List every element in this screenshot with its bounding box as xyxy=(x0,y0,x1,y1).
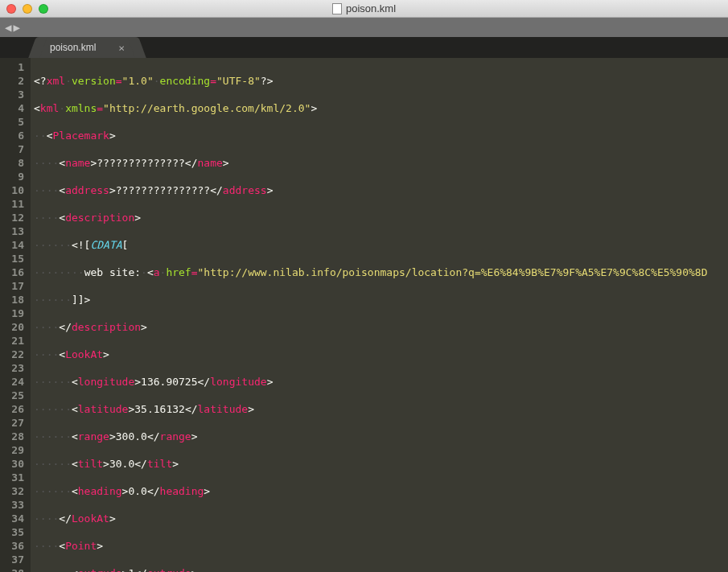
window-titlebar: poison.kml xyxy=(0,0,728,18)
code-line: ······<heading>0.0</heading> xyxy=(34,484,708,498)
code-area[interactable]: <?xml·version="1.0"·encoding="UTF-8"?> <… xyxy=(31,58,708,572)
line-number: 26 xyxy=(5,402,24,416)
line-number: 1 xyxy=(5,60,24,74)
editor: 1 2 3 4 5 6 7 8 9 10 11 12 13 14 15 16 1… xyxy=(0,58,728,572)
code-line: ····</LookAt> xyxy=(34,512,708,525)
line-number: 2 xyxy=(5,74,24,88)
code-line: ····<name>??????????????</name> xyxy=(34,156,708,170)
line-number: 28 xyxy=(5,430,24,443)
close-window-button[interactable] xyxy=(6,4,16,14)
line-number: 33 xyxy=(5,498,24,512)
line-number: 19 xyxy=(5,307,24,320)
line-number: 29 xyxy=(5,443,24,457)
line-number: 32 xyxy=(5,484,24,498)
line-number: 21 xyxy=(5,334,24,348)
code-line: ····<description> xyxy=(34,211,708,224)
titlebar-center: poison.kml xyxy=(332,2,396,14)
line-number: 4 xyxy=(5,101,24,115)
line-number: 7 xyxy=(5,142,24,156)
code-line: ····<address>???????????????</address> xyxy=(34,183,708,197)
line-number: 12 xyxy=(5,211,24,224)
line-number: 18 xyxy=(5,293,24,307)
line-number: 27 xyxy=(5,416,24,430)
code-line: ······<![CDATA[ xyxy=(34,238,708,252)
toolbar: ◀ ▶ xyxy=(0,18,728,37)
line-number-gutter: 1 2 3 4 5 6 7 8 9 10 11 12 13 14 15 16 1… xyxy=(0,58,31,572)
code-line: ··<Placemark> xyxy=(34,129,708,142)
tab-close-icon[interactable]: × xyxy=(118,42,125,54)
line-number: 3 xyxy=(5,88,24,101)
code-line: <?xml·version="1.0"·encoding="UTF-8"?> xyxy=(34,74,708,88)
code-line: ······<longitude>136.90725</longitude> xyxy=(34,375,708,389)
code-line: ······]]> xyxy=(34,293,708,307)
zoom-window-button[interactable] xyxy=(39,4,48,14)
line-number: 6 xyxy=(5,129,24,142)
line-number: 36 xyxy=(5,539,24,553)
code-line: ····<Point> xyxy=(34,539,708,553)
line-number: 30 xyxy=(5,457,24,471)
code-line: ········web site:·<a·href="http://www.ni… xyxy=(34,265,708,279)
line-number: 16 xyxy=(5,265,24,279)
nav-arrows: ◀ ▶ xyxy=(5,22,20,33)
code-line: ····</description> xyxy=(34,320,708,334)
tab-active[interactable]: poison.kml × xyxy=(39,37,136,58)
code-line: ······<range>300.0</range> xyxy=(34,430,708,443)
line-number: 37 xyxy=(5,553,24,566)
line-number: 38 xyxy=(5,566,24,572)
line-number: 13 xyxy=(5,224,24,238)
line-number: 15 xyxy=(5,252,24,265)
code-line: <kml·xmlns="http://earth.google.com/kml/… xyxy=(34,101,708,115)
line-number: 11 xyxy=(5,197,24,211)
line-number: 9 xyxy=(5,170,24,183)
window-title: poison.kml xyxy=(346,2,396,14)
line-number: 22 xyxy=(5,348,24,361)
nav-back-button[interactable]: ◀ xyxy=(5,22,11,33)
code-line: ······<latitude>35.16132</latitude> xyxy=(34,402,708,416)
line-number: 24 xyxy=(5,375,24,389)
tab-title: poison.kml xyxy=(50,42,96,53)
line-number: 25 xyxy=(5,389,24,402)
line-number: 5 xyxy=(5,115,24,129)
code-line: ······<extrude>1</extrude> xyxy=(34,566,708,572)
line-number: 31 xyxy=(5,471,24,484)
minimize-window-button[interactable] xyxy=(23,4,32,14)
line-number: 23 xyxy=(5,361,24,375)
traffic-lights xyxy=(6,4,48,14)
tab-bar: poison.kml × xyxy=(0,37,728,58)
code-line: ······<tilt>30.0</tilt> xyxy=(34,457,708,471)
line-number: 14 xyxy=(5,238,24,252)
code-line: ····<LookAt> xyxy=(34,348,708,361)
line-number: 20 xyxy=(5,320,24,334)
line-number: 8 xyxy=(5,156,24,170)
line-number: 34 xyxy=(5,512,24,525)
document-icon xyxy=(332,3,342,14)
line-number: 17 xyxy=(5,279,24,293)
line-number: 35 xyxy=(5,525,24,539)
nav-forward-button[interactable]: ▶ xyxy=(13,22,19,33)
line-number: 10 xyxy=(5,183,24,197)
